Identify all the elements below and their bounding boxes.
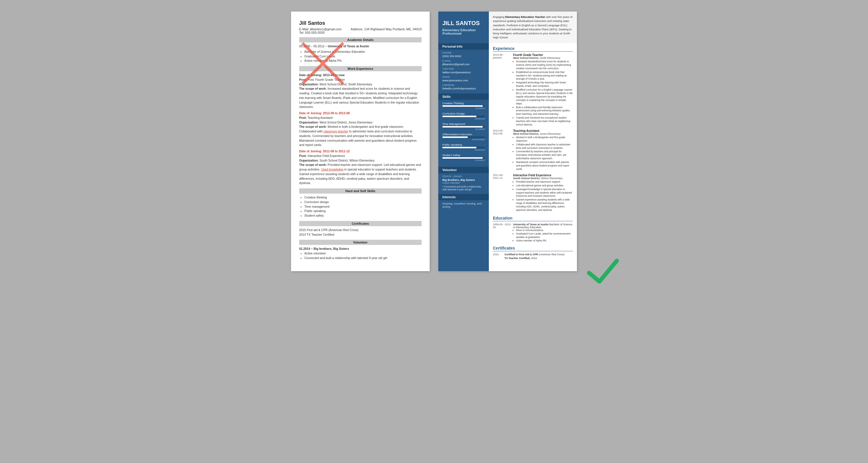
skill-bar-fill-0 xyxy=(442,105,483,107)
job1-post: Post: Post: Fourth Grade Teacher xyxy=(299,77,422,82)
job1-org: Organization: West School District, Smit… xyxy=(299,82,422,87)
twitter-value: twitter.com/janesantos1 xyxy=(442,71,485,74)
skills-section: Creative Thinking Excellent Curriculum D… xyxy=(438,102,489,167)
skill-level-2: Excellent xyxy=(442,128,485,130)
edu-row-1: 2008-08 - 2012-05 University of Texas at… xyxy=(493,223,573,242)
exp-bullets-2: Provided teacher and classroom support.L… xyxy=(516,180,573,212)
exp-bullet: Leveraged knowledge in special education… xyxy=(516,188,573,198)
exp-bullet: Commended by teachers and principal for … xyxy=(516,150,573,160)
vol-period: 2014-01 - present xyxy=(442,175,485,178)
cert-2: 2014 TX Teacher Certified xyxy=(299,232,422,237)
personal-info-title: Personal Info xyxy=(438,43,489,49)
skills-title: Skills xyxy=(438,94,489,100)
vol-bullet-1: Active volunteer xyxy=(304,251,422,256)
exp-date-2: 2011-08 - 2011-12 xyxy=(493,174,513,212)
right-body: Personal Info Phone (555) 555-5555 E-mai… xyxy=(438,43,577,271)
skill-level-0: Excellent xyxy=(442,107,485,110)
right-sidebar: Personal Info Phone (555) 555-5555 E-mai… xyxy=(438,43,489,271)
exp-title-1: Teaching Assistant xyxy=(513,129,573,132)
skill-name-2: Time Management xyxy=(442,122,485,126)
cert-year-2 xyxy=(493,257,504,260)
edu-bullet-1: Minor in communications. xyxy=(516,229,573,232)
skill-bar-fill-4 xyxy=(442,147,476,148)
email-label: E-mail xyxy=(442,59,485,62)
exp-bullet: Collaborated with classroom teacher to a… xyxy=(516,143,573,150)
certificates-title: Certificates xyxy=(493,246,573,251)
job2-post: Post: Teaching Assistant xyxy=(299,116,422,120)
vol-divider: Volunteer xyxy=(299,240,422,245)
linkedin-label: LinkedIn xyxy=(442,84,485,87)
skill-bar-bg-3 xyxy=(442,136,485,138)
exp-date-1: 2012-08 - 2013-08 xyxy=(493,129,513,171)
right-name: JILL SANTOS xyxy=(442,20,485,27)
exp-title-2: Interactive Field Experience xyxy=(513,174,573,177)
exp-content-1: Teaching Assistant West School District,… xyxy=(513,129,573,171)
left-resume: Jill Santos E-Mail: jillsantos1@gmail.co… xyxy=(291,11,430,271)
exp-row-1: 2012-08 - 2013-08 Teaching Assistant Wes… xyxy=(493,129,573,171)
cert-text-2: TX Teacher Certified, 2014 xyxy=(504,257,537,260)
cert-year-1: 2015 xyxy=(493,253,504,256)
job3-post: Post: Interactive Field Experience xyxy=(299,154,422,158)
left-tel: Tel: 555-555-5555 xyxy=(299,31,422,34)
skill-bar-fill-1 xyxy=(442,116,476,117)
education-title: Education xyxy=(493,216,573,221)
skill-name-4: Public Speaking xyxy=(442,143,485,146)
exp-bullet: Gained experience assisting students wit… xyxy=(516,198,573,212)
www-value: www.janesantos.com xyxy=(442,79,485,82)
job3-date: Date of Joining: 2011-08 to 2011-12 xyxy=(299,149,422,154)
email-value: jillsantos1@gmail.com xyxy=(442,63,485,66)
job3-org: Organization: South School District, Wil… xyxy=(299,158,422,163)
skill-bar-bg-1 xyxy=(442,116,485,117)
edu-content: University of Texas at Austin Bachelor o… xyxy=(513,223,573,242)
exp-org-0: West School District, Smith Elementary xyxy=(513,57,573,59)
certificates-section: Certificates 2015 Certified in First Aid… xyxy=(493,246,573,260)
academic-divider: Academic Details xyxy=(299,37,422,42)
vol-entry: 01.2014 – Big brothers, Big Sisters xyxy=(299,246,422,251)
skill-level-4: Advanced xyxy=(442,148,485,151)
interests-text: Drawing, marathon running, and writing xyxy=(442,202,485,208)
right-header-left: JILL SANTOS Elementary Education Profess… xyxy=(438,11,489,43)
edu-period: 2008-08 - 2012-05 xyxy=(493,223,513,242)
job2-scope: The scope of work: Worked in both a kind… xyxy=(299,125,422,147)
twitter-label: Twitter xyxy=(442,67,485,70)
skill-item-2: Time Management Excellent xyxy=(442,122,485,130)
exp-bullet: Increased standardized test score for st… xyxy=(516,60,573,70)
cert-row-1: 2015 Certified in First Aid & CPR (Ameri… xyxy=(493,253,573,256)
academic-bullet-1: Bachelor of Science in Elementary Educat… xyxy=(304,49,422,54)
skills-divider: Hard and Soft Skills xyxy=(299,188,422,194)
phone-value: (555) 555-5555 xyxy=(442,55,485,58)
exp-bullet: Established an extracurricular book club… xyxy=(516,71,573,81)
vol-bullet-2: Connected and built a relationship with … xyxy=(304,256,422,261)
experience-section: Experience 2013-08 - present Fourth Grad… xyxy=(493,46,573,212)
right-header: JILL SANTOS Elementary Education Profess… xyxy=(438,11,577,43)
exp-bullet: Built a collaborative and friendly class… xyxy=(516,106,573,116)
skill-4: Public speaking xyxy=(304,209,422,213)
exp-content-2: Interactive Field Experience South Schoo… xyxy=(513,174,573,212)
exp-row-0: 2013-08 - present Fourth Grade Teacher W… xyxy=(493,53,573,127)
skill-bar-bg-4 xyxy=(442,147,485,148)
vol-role: Active Volunteer xyxy=(442,181,485,184)
skill-item-1: Curriculum Design Advanced xyxy=(442,112,485,120)
skill-bar-bg-5 xyxy=(442,157,485,159)
left-address: Address: 134 Rightward Way Portland, ME,… xyxy=(351,27,422,31)
skill-2: Curriculum design xyxy=(304,200,422,204)
www-label: WWW xyxy=(442,75,485,78)
job1-date: Date of Joining: 2013-08 to now xyxy=(299,73,345,77)
skill-1: Creative thinking xyxy=(304,195,422,200)
skill-bar-fill-3 xyxy=(442,136,468,138)
skill-name-5: Student Safety xyxy=(442,154,485,157)
work-divider: Work Experience xyxy=(299,66,422,71)
right-subtitle: Elementary Education Professional xyxy=(442,28,485,35)
vol-bullet: Connected and built a relationship with … xyxy=(442,185,485,191)
exp-org-2: South School District, Wilson Elementary xyxy=(513,177,573,180)
exp-bullets-1: Worked in both a kindergarten and first … xyxy=(516,136,573,171)
skill-level-1: Advanced xyxy=(442,118,485,120)
skill-name-3: Differentiated Instruction xyxy=(442,133,485,136)
edu-bullet-3: Active member of Alpha Phi. xyxy=(516,239,573,242)
skill-item-4: Public Speaking Advanced xyxy=(442,143,485,151)
left-header: Jill Santos E-Mail: jillsantos1@gmail.co… xyxy=(299,20,422,34)
exp-org-1: West School District, Jones Elementary xyxy=(513,132,573,135)
education-section: Education 2008-08 - 2012-05 University o… xyxy=(493,216,573,242)
cert-1: 2015 First aid & CPR (American Red Cross… xyxy=(299,228,422,232)
exp-bullet: Integrated technology into learning with… xyxy=(516,81,573,88)
